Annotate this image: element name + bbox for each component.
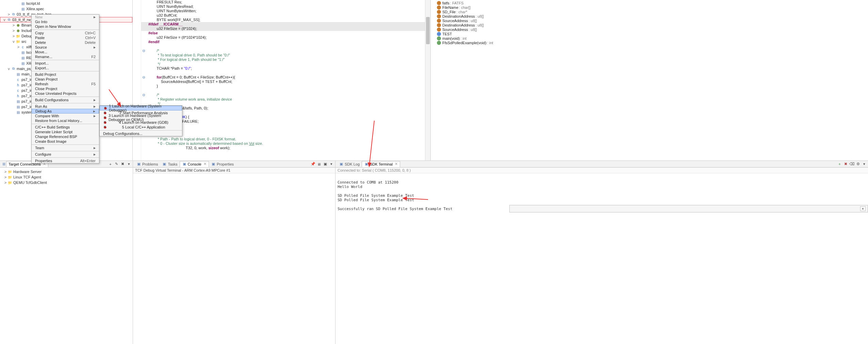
outline-item[interactable]: DestinationAddress : u8[] — [431, 23, 868, 27]
fold-icon[interactable]: ⊖ — [141, 75, 146, 80]
menu-item[interactable]: Create Boot Image — [32, 139, 99, 144]
code-line[interactable] — [133, 150, 425, 155]
menu-item[interactable]: 🐞5 Local C/C++ Application — [100, 125, 182, 130]
code-line[interactable]: u32 FileSize = (8*1024*1024); — [133, 35, 425, 40]
minimize-icon[interactable]: ▾ — [862, 161, 867, 167]
code-line[interactable]: #ifdef __ICCARM__ — [133, 22, 425, 27]
twisty-icon[interactable]: > — [7, 12, 11, 16]
menu-item[interactable]: Debug As▶ — [32, 109, 99, 114]
tab-problems[interactable]: ▣Problems — [134, 161, 160, 167]
menu-item[interactable]: C/C++ Build Settings — [32, 125, 99, 130]
code-line[interactable]: u32 FileSize = (8*1024); — [133, 27, 425, 31]
twisty-icon[interactable]: > — [3, 180, 7, 185]
menu-item[interactable]: Export... — [32, 66, 99, 70]
clear-icon[interactable]: ⌫ — [849, 161, 854, 167]
fold-icon[interactable]: ⊖ — [141, 49, 146, 53]
code-line[interactable]: UINT NumBytesRead; — [133, 4, 425, 9]
code-line[interactable]: ⊖ for(BuffCnt = 0; BuffCnt < FileSize; B… — [133, 75, 425, 80]
code-line[interactable]: FRESULT Res; — [133, 0, 425, 4]
menu-item[interactable]: Generate Linker Script — [32, 130, 99, 134]
twisty-icon[interactable]: > — [12, 23, 16, 27]
menu-item[interactable]: Rename...F2 — [32, 54, 99, 59]
menu-item[interactable]: Debug Configurations... — [100, 131, 182, 136]
edit-icon[interactable]: ✎ — [114, 161, 119, 167]
menu-item[interactable]: Configure▶ — [32, 152, 99, 157]
twisty-icon[interactable]: > — [12, 29, 16, 33]
menu-item[interactable]: Source▶ — [32, 45, 99, 50]
code-line[interactable] — [133, 44, 425, 49]
code-line[interactable]: ⊖ /* — [133, 49, 425, 53]
menu-item[interactable]: PasteCtrl+V — [32, 35, 99, 40]
twisty-icon[interactable]: > — [3, 175, 7, 179]
code-line[interactable]: #endif — [133, 40, 425, 44]
menu-item[interactable]: Restore from Local History... — [32, 118, 99, 123]
fold-icon[interactable]: ⊖ — [141, 93, 146, 97]
code-line[interactable]: TCHAR *Path = "0:/"; — [133, 66, 425, 71]
outline-item[interactable]: SourceAddress : u8[] — [431, 18, 868, 23]
menu-item[interactable]: Change Referenced BSP — [32, 134, 99, 139]
close-icon[interactable]: ✕ — [395, 162, 398, 166]
code-line[interactable]: SourceAddress[BuffCnt] = TEST + BuffCnt; — [133, 80, 425, 84]
pin-icon[interactable]: 📌 — [310, 161, 315, 167]
code-line[interactable]: * For logical drive 1, Path should be "1… — [133, 57, 425, 62]
menu-item[interactable]: Close Unrelated Projects — [32, 91, 99, 96]
menu-item[interactable]: 🐞1 Launch on Hardware (System Debugger) — [100, 106, 182, 110]
delete-icon[interactable]: ✖ — [120, 161, 125, 167]
code-line[interactable]: T32, 0, work, sizeof work); — [133, 146, 425, 150]
add-icon[interactable]: + — [108, 161, 113, 167]
code-line[interactable]: UINT NumBytesWritten; — [133, 9, 425, 13]
add-terminal-icon[interactable]: ＋ — [837, 161, 842, 167]
menu-item[interactable]: PropertiesAlt+Enter — [32, 158, 99, 163]
remove-terminal-icon[interactable]: ✖ — [843, 161, 848, 167]
tab-properties[interactable]: ▣Properties — [209, 161, 236, 167]
menu-item[interactable]: Team▶ — [32, 145, 99, 150]
code-line[interactable]: u32 BuffCnt; — [133, 13, 425, 18]
menu-item[interactable]: Go Into — [32, 19, 99, 24]
code-line[interactable]: ⊖ /* — [133, 93, 425, 97]
tab-sdk-log[interactable]: ▣SDK Log — [337, 161, 362, 167]
code-line[interactable]: } — [133, 84, 425, 88]
code-line[interactable]: * Register volume work area, initialize … — [133, 97, 425, 102]
menu-item[interactable]: Run As▶ — [32, 104, 99, 109]
minimize-icon[interactable]: ▾ — [329, 161, 334, 167]
twisty-icon[interactable]: > — [12, 34, 16, 38]
outline-item[interactable]: SD_File : char* — [431, 10, 868, 14]
target-item[interactable]: >📁QEMU TcfGdbClient — [2, 180, 131, 185]
display-icon[interactable]: 🖥 — [316, 161, 322, 167]
tab-tasks[interactable]: ▣Tasks — [160, 161, 179, 167]
menu-item[interactable]: Move... — [32, 50, 99, 54]
status-close-icon[interactable]: × — [860, 206, 866, 211]
twisty-icon[interactable]: > — [3, 170, 7, 174]
code-line[interactable]: * To test logical drive 0, Path should b… — [133, 53, 425, 57]
outline-item[interactable]: DestinationAddress : u8[] — [431, 14, 868, 18]
menu-item[interactable]: DeleteDelete — [32, 40, 99, 45]
menu-item[interactable]: 🐞3 Launch on Hardware (System Debugger o… — [100, 115, 182, 120]
menu-item[interactable]: Build Configurations▶ — [32, 98, 99, 102]
tree-item[interactable]: ▤Xilinx.spec — [0, 6, 132, 12]
menu-item[interactable]: Close Project — [32, 86, 99, 91]
menu-item[interactable]: Compare With▶ — [32, 114, 99, 118]
target-item[interactable]: >📁Hardware Server — [2, 169, 131, 174]
code-line[interactable] — [133, 88, 425, 93]
terminal-icon[interactable]: ▣ — [323, 161, 328, 167]
code-line[interactable]: * 0 - Cluster size is automatically dete… — [133, 141, 425, 146]
close-icon[interactable]: ✕ — [203, 162, 207, 166]
outline-item[interactable]: FfsSdPolledExample(void) : int — [431, 40, 868, 45]
tree-item[interactable]: ▤lscript.ld — [0, 1, 132, 6]
outline-item[interactable]: main(void) : int — [431, 36, 868, 40]
code-line[interactable]: BYTE work[FF_MAX_SS]; — [133, 18, 425, 22]
menu-icon[interactable]: ▾ — [126, 161, 131, 167]
outline-item[interactable]: fatfs : FATFS — [431, 1, 868, 5]
outline-item[interactable]: FileName : char[] — [431, 5, 868, 10]
outline-item[interactable]: SourceAddress : u8[] — [431, 27, 868, 32]
twisty-icon[interactable]: v — [12, 39, 16, 44]
code-line[interactable]: */ — [133, 62, 425, 66]
twisty-icon[interactable]: v — [2, 18, 6, 22]
target-item[interactable]: >📁Linux TCF Agent — [2, 174, 131, 180]
menu-item[interactable]: RefreshF5 — [32, 82, 99, 86]
code-line[interactable] — [133, 155, 425, 159]
menu-item[interactable]: Import... — [32, 61, 99, 66]
menu-item[interactable]: Open in New Window — [32, 24, 99, 29]
twisty-icon[interactable]: > — [16, 45, 20, 49]
code-line[interactable] — [133, 71, 425, 75]
